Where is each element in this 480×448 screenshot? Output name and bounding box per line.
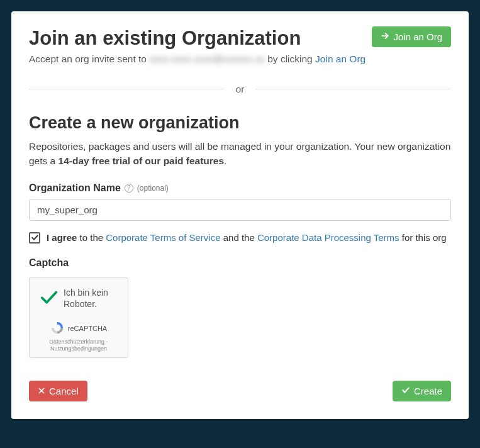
check-icon [401, 386, 410, 396]
captcha-text: Ich bin kein Roboter. [64, 287, 121, 310]
recaptcha-links[interactable]: Datenschutzerklärung - Nutzungsbedingung… [36, 339, 121, 352]
captcha-widget[interactable]: Ich bin kein Roboter. reCAPTCHA Datensch… [29, 277, 128, 358]
join-heading: Join an existing Organization [29, 26, 301, 50]
join-org-button-label: Join an Org [393, 31, 442, 42]
captcha-main: Ich bin kein Roboter. [36, 287, 121, 310]
cancel-button[interactable]: Cancel [29, 381, 87, 401]
optional-text: (optional) [137, 184, 169, 193]
agree-checkbox[interactable] [29, 232, 40, 244]
agree-row: I agree to the Corporate Terms of Servic… [29, 232, 451, 244]
create-description: Repositories, packages and users will al… [29, 139, 451, 169]
check-icon [31, 233, 39, 242]
recaptcha-brand: reCAPTCHA Datenschutzerklärung - Nutzung… [36, 321, 121, 352]
recaptcha-brand-text: reCAPTCHA [68, 325, 107, 332]
tos-link[interactable]: Corporate Terms of Service [106, 232, 220, 243]
arrow-right-icon [381, 31, 389, 42]
join-subtext: Accept an org invite sent to xxxx.xxxx.x… [29, 53, 451, 65]
org-name-input[interactable] [29, 199, 451, 221]
join-org-link[interactable]: Join an Org [315, 53, 366, 64]
org-name-label: Organization Name [29, 182, 121, 194]
divider-text: or [225, 84, 255, 94]
org-modal: Join an existing Organization Join an Or… [11, 11, 469, 419]
cancel-button-label: Cancel [49, 386, 79, 396]
help-icon[interactable]: ? [125, 184, 133, 193]
org-name-label-row: Organization Name ? (optional) [29, 182, 451, 194]
captcha-check-icon [40, 288, 59, 308]
create-button[interactable]: Create [393, 381, 451, 401]
blurred-email: xxxx.xxxx.xxxx@xxxxxx.xx [149, 53, 265, 64]
close-icon [38, 386, 45, 396]
or-divider: or [29, 84, 451, 94]
create-button-label: Create [414, 386, 442, 396]
agree-text: I agree to the Corporate Terms of Servic… [47, 232, 447, 243]
footer-row: Cancel Create [29, 381, 451, 401]
join-header-row: Join an existing Organization Join an Or… [29, 26, 451, 50]
dpt-link[interactable]: Corporate Data Processing Terms [257, 232, 399, 243]
create-heading: Create a new organization [29, 113, 451, 133]
join-org-button[interactable]: Join an Org [372, 26, 451, 47]
captcha-label: Captcha [29, 257, 451, 269]
recaptcha-logo-icon [50, 321, 64, 336]
